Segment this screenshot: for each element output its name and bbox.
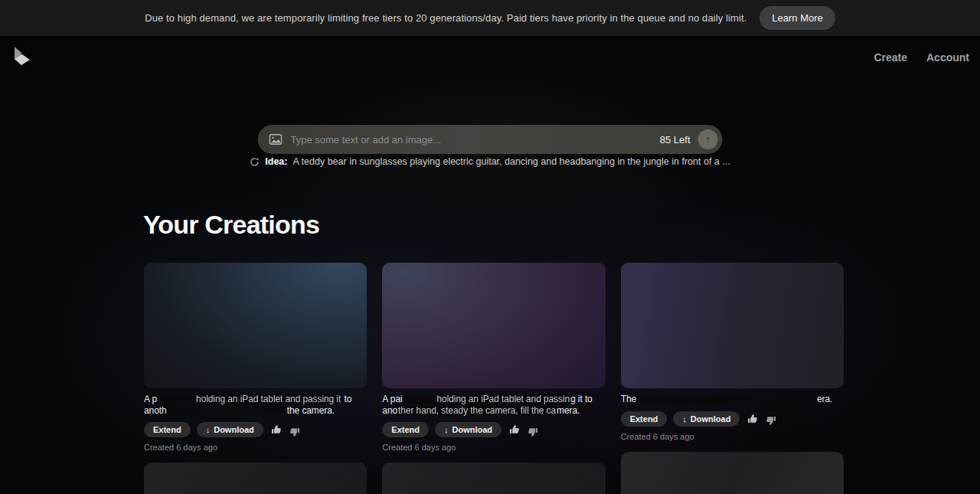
prompt-bar: 85 Left ↑ [258, 125, 723, 154]
thumbs-down-icon[interactable] [289, 427, 300, 437]
veiled-text: holding an iPad tablet and passin [436, 394, 571, 404]
thumbs-down-icon[interactable] [765, 415, 776, 426]
download-button[interactable]: ↓Download [435, 422, 501, 437]
redacted-text [242, 407, 283, 414]
idea-text: A teddy bear in sunglasses playing elect… [292, 156, 730, 167]
redacted-text [638, 396, 688, 404]
learn-more-button[interactable]: Learn More [760, 6, 835, 30]
up-arrow-icon: ↑ [705, 133, 710, 146]
card-actions: Extend ↓Download [621, 411, 844, 427]
nav-link-create[interactable]: Create [874, 51, 907, 64]
redacted-text [168, 407, 239, 414]
creation-thumbnail-partial[interactable] [144, 463, 367, 494]
page-title: Your Creations [143, 210, 319, 240]
creation-thumbnail-partial[interactable] [621, 452, 844, 494]
creation-card: A paiholding an iPad tablet and passing … [382, 263, 605, 452]
creations-column: A pholding an iPad tablet and passing it… [144, 263, 367, 494]
redacted-text [762, 396, 815, 404]
refresh-icon[interactable] [250, 157, 260, 167]
card-actions: Extend ↓Download [382, 422, 605, 437]
download-button[interactable]: ↓Download [673, 411, 740, 427]
extend-button[interactable]: Extend [382, 422, 429, 437]
redacted-text [158, 396, 194, 404]
extend-button[interactable]: Extend [144, 422, 191, 437]
nav-links: Create Account [874, 51, 969, 64]
dream-machine-page: { "banner": { "message": "Due to high de… [0, 0, 980, 494]
redacted-text [691, 396, 759, 404]
creation-thumbnail[interactable] [144, 263, 367, 388]
creation-thumbnail[interactable] [382, 263, 605, 388]
nav-link-account[interactable]: Account [926, 51, 969, 64]
creation-thumbnail-partial[interactable] [382, 463, 605, 494]
notice-banner: Due to high demand, we are temporarily l… [0, 0, 980, 36]
creations-column: A paiholding an iPad tablet and passing … [382, 263, 605, 494]
thumbs-up-icon[interactable] [747, 414, 759, 424]
app-logo[interactable] [8, 44, 32, 72]
card-actions: Extend ↓Download [144, 422, 367, 437]
created-timestamp: Created 6 days ago [144, 443, 367, 452]
down-arrow-icon: ↓ [682, 414, 687, 424]
thumbs-down-icon[interactable] [527, 427, 538, 437]
banner-message: Due to high demand, we are temporarily l… [145, 12, 746, 24]
idea-label: Idea: [265, 156, 287, 167]
creation-thumbnail[interactable] [621, 263, 844, 388]
created-timestamp: Created 6 days ago [382, 443, 605, 452]
created-timestamp: Created 6 days ago [621, 432, 844, 441]
creation-card: A pholding an iPad tablet and passing it… [144, 263, 367, 452]
extend-button[interactable]: Extend [621, 411, 668, 427]
download-button[interactable]: ↓Download [197, 422, 263, 437]
image-icon[interactable] [270, 134, 283, 145]
submit-button[interactable]: ↑ [698, 129, 718, 149]
credits-left: 85 Left [660, 134, 691, 146]
veiled-text: ther hand, steady the camera, fill the c… [397, 405, 557, 416]
creation-caption: A paiholding an iPad tablet and passing … [382, 394, 605, 416]
veiled-text: holding an iPad tablet and passing it [195, 394, 341, 404]
top-nav: Create Account [0, 36, 980, 72]
idea-row: Idea: A teddy bear in sunglasses playing… [0, 156, 980, 167]
creation-card: Theera. Extend ↓Download Created 6 days [621, 263, 844, 441]
creation-caption: A pholding an iPad tablet and passing it… [144, 394, 367, 416]
redacted-text [404, 396, 435, 404]
creations-grid: A pholding an iPad tablet and passing it… [144, 263, 844, 494]
creations-column: Theera. Extend ↓Download Created 6 days [621, 263, 844, 494]
prompt-input[interactable] [291, 134, 654, 146]
thumbs-up-icon[interactable] [509, 424, 521, 435]
thumbs-up-icon[interactable] [271, 424, 283, 435]
creation-caption: Theera. [621, 394, 844, 405]
down-arrow-icon: ↓ [444, 425, 449, 434]
down-arrow-icon: ↓ [206, 425, 211, 434]
